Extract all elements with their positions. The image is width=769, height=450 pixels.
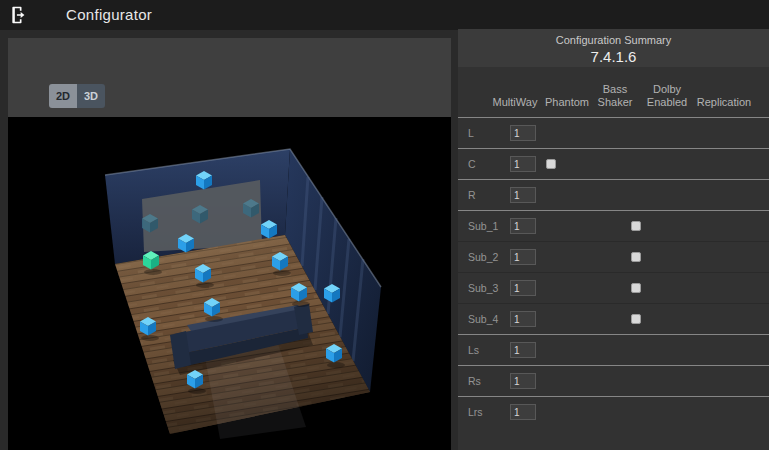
multiway-input[interactable]	[510, 311, 536, 327]
viewer-panel: 2D 3D	[8, 38, 451, 450]
table-header: MultiWay Phantom Bass Shaker Dolby Enabl…	[458, 67, 769, 117]
row-label: L	[468, 127, 474, 139]
column-header-dolby: Dolby Enabled	[642, 83, 692, 111]
row-label: Rs	[468, 375, 481, 387]
column-header-bass-shaker: Bass Shaker	[590, 83, 640, 111]
configuration-panel: Configuration Summary 7.4.1.6 MultiWay P…	[458, 29, 769, 450]
table-body: L C R Sub_1 Sub_2 Sub_3 Sub_4	[458, 117, 769, 427]
room-3d-scene	[8, 117, 451, 450]
multiway-input[interactable]	[510, 373, 536, 389]
summary-title: Configuration Summary	[458, 29, 769, 46]
multiway-input[interactable]	[510, 280, 536, 296]
row-label: Sub_3	[468, 282, 498, 294]
row-label: Sub_1	[468, 220, 498, 232]
toggle-2d-button[interactable]: 2D	[49, 84, 77, 108]
table-row-sub4: Sub_4	[458, 303, 769, 334]
column-header-multiway: MultiWay	[485, 96, 545, 110]
multiway-input[interactable]	[510, 342, 536, 358]
table-row-sub2: Sub_2	[458, 241, 769, 272]
row-label: Sub_2	[468, 251, 498, 263]
page-title: Configurator	[66, 6, 152, 23]
view-mode-toggle: 2D 3D	[49, 84, 105, 108]
multiway-input[interactable]	[510, 218, 536, 234]
table-row-l: L	[458, 117, 769, 148]
row-label: C	[468, 158, 476, 170]
room-3d-viewport[interactable]	[8, 117, 451, 450]
column-header-phantom: Phantom	[537, 96, 597, 110]
table-row-r: R	[458, 179, 769, 210]
row-label: Sub_4	[468, 313, 498, 325]
summary-version: 7.4.1.6	[458, 48, 769, 65]
multiway-input[interactable]	[510, 404, 536, 420]
configuration-summary: Configuration Summary 7.4.1.6	[458, 29, 769, 67]
table-row-lrs: Lrs	[458, 396, 769, 427]
multiway-input[interactable]	[510, 187, 536, 203]
table-row-sub1: Sub_1	[458, 210, 769, 241]
bass-shaker-checkbox[interactable]	[631, 283, 641, 293]
phantom-checkbox[interactable]	[546, 159, 556, 169]
multiway-input[interactable]	[510, 125, 536, 141]
bass-shaker-checkbox[interactable]	[631, 314, 641, 324]
bass-shaker-checkbox[interactable]	[631, 221, 641, 231]
table-row-rs: Rs	[458, 365, 769, 396]
multiway-input[interactable]	[510, 156, 536, 172]
bass-shaker-checkbox[interactable]	[631, 252, 641, 262]
table-row-sub3: Sub_3	[458, 272, 769, 303]
column-header-replication: Replication	[686, 96, 762, 110]
logout-icon	[9, 13, 29, 28]
row-label: Ls	[468, 344, 479, 356]
row-label: R	[468, 189, 476, 201]
table-row-ls: Ls	[458, 334, 769, 365]
multiway-input[interactable]	[510, 249, 536, 265]
toggle-3d-button[interactable]: 3D	[77, 84, 105, 108]
table-row-c: C	[458, 148, 769, 179]
row-label: Lrs	[468, 406, 483, 418]
logout-button[interactable]	[9, 5, 29, 25]
app-header: Configurator	[0, 0, 769, 30]
